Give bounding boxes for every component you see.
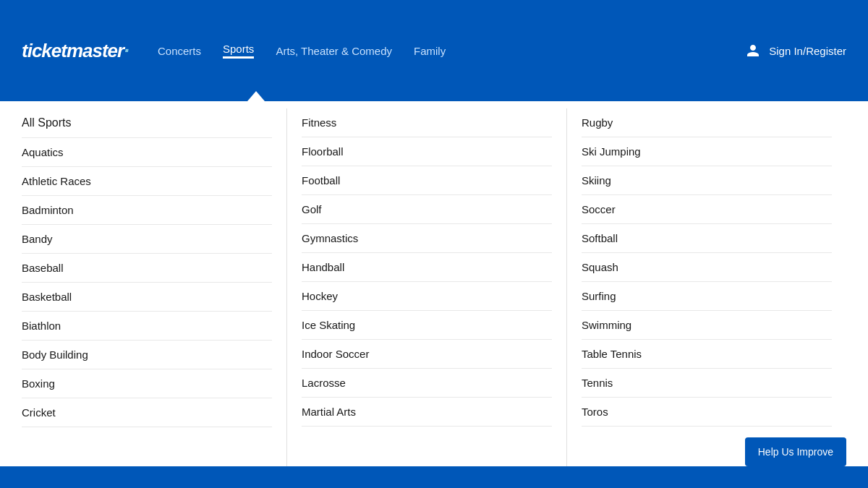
sport-item-softball[interactable]: Softball	[582, 224, 832, 253]
sign-in-label: Sign In/Register	[769, 45, 846, 57]
sport-item-floorball[interactable]: Floorball	[302, 137, 552, 166]
sport-item-surfing[interactable]: Surfing	[582, 282, 832, 311]
sport-item-aquatics[interactable]: Aquatics	[22, 138, 272, 167]
dropdown-arrow	[247, 91, 265, 101]
sport-item-badminton[interactable]: Badminton	[22, 196, 272, 225]
sport-item-cricket[interactable]: Cricket	[22, 398, 272, 427]
sport-item-skiing[interactable]: Skiing	[582, 166, 832, 195]
sport-item-bandy[interactable]: Bandy	[22, 225, 272, 254]
sports-col-3: RugbySki JumpingSkiingSoccerSoftballSqua…	[582, 108, 846, 474]
sport-item-table-tennis[interactable]: Table Tennis	[582, 340, 832, 369]
sport-item-football[interactable]: Football	[302, 166, 552, 195]
nav-arts[interactable]: Arts, Theater & Comedy	[276, 45, 392, 57]
sport-item-gymnastics[interactable]: Gymnastics	[302, 224, 552, 253]
sports-dropdown: All SportsAquaticsAthletic RacesBadminto…	[0, 101, 868, 488]
sport-item-ice-skating[interactable]: Ice Skating	[302, 311, 552, 340]
sport-item-hockey[interactable]: Hockey	[302, 282, 552, 311]
help-us-improve-button[interactable]: Help Us Improve	[745, 437, 846, 466]
sport-item-martial-arts[interactable]: Martial Arts	[302, 398, 552, 427]
logo[interactable]: ticketmaster·	[22, 39, 129, 62]
person-icon	[746, 43, 760, 58]
sports-col-1: All SportsAquaticsAthletic RacesBadminto…	[22, 108, 287, 474]
sport-item-all-sports[interactable]: All Sports	[22, 108, 272, 138]
sign-in-button[interactable]: Sign In/Register	[746, 43, 846, 58]
sports-col-2: FitnessFloorballFootballGolfGymnasticsHa…	[302, 108, 567, 474]
sport-item-ski-jumping[interactable]: Ski Jumping	[582, 137, 832, 166]
sport-item-boxing[interactable]: Boxing	[22, 369, 272, 398]
sport-item-soccer[interactable]: Soccer	[582, 195, 832, 224]
nav-sports[interactable]: Sports	[223, 43, 254, 59]
main-nav: Concerts Sports Arts, Theater & Comedy F…	[158, 43, 446, 59]
footer-bar	[0, 466, 868, 488]
sport-item-tennis[interactable]: Tennis	[582, 369, 832, 398]
sport-item-lacrosse[interactable]: Lacrosse	[302, 369, 552, 398]
sport-item-fitness[interactable]: Fitness	[302, 108, 552, 137]
header: ticketmaster· Concerts Sports Arts, Thea…	[0, 0, 868, 101]
sport-item-biathlon[interactable]: Biathlon	[22, 312, 272, 341]
sport-item-golf[interactable]: Golf	[302, 195, 552, 224]
sport-item-athletic-races[interactable]: Athletic Races	[22, 167, 272, 196]
sport-item-rugby[interactable]: Rugby	[582, 108, 832, 137]
sport-item-body-building[interactable]: Body Building	[22, 341, 272, 369]
sport-item-handball[interactable]: Handball	[302, 253, 552, 282]
sport-item-baseball[interactable]: Baseball	[22, 254, 272, 283]
sport-item-basketball[interactable]: Basketball	[22, 283, 272, 312]
sport-item-toros[interactable]: Toros	[582, 398, 832, 427]
sport-item-indoor-soccer[interactable]: Indoor Soccer	[302, 340, 552, 369]
sport-item-squash[interactable]: Squash	[582, 253, 832, 282]
sport-item-swimming[interactable]: Swimming	[582, 311, 832, 340]
nav-family[interactable]: Family	[414, 45, 446, 57]
nav-concerts[interactable]: Concerts	[158, 45, 201, 57]
